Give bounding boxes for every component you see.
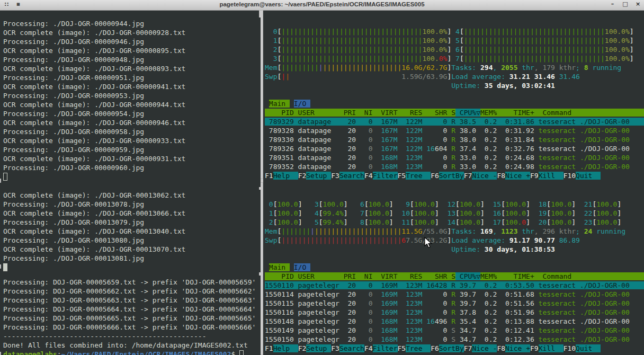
terminal-line: F1Help F2Setup F3SearchF4FilterF5Tree F6…: [265, 344, 644, 353]
terminal-line: OCR complete (image): ./DOJ-OGR-00013066…: [3, 209, 261, 218]
maximize-button[interactable]: □: [622, 1, 629, 7]
titlebar[interactable]: :: ▪ pagetelegram@vaers: ~/vaers/PAED/Ep…: [0, 0, 644, 11]
terminal-line: Processing: ./DOJ-OGR-00000953.jpg: [3, 91, 261, 100]
terminal-line: 3[||||||||||||||||||||||||||||||||||100.…: [265, 54, 644, 63]
terminal-line: 789351 datapage 20 0 168M 123M 0 R 33.0 …: [265, 153, 644, 162]
terminal-line: Processing: DOJ-OGR-00005664.txt -> pref…: [3, 305, 261, 314]
terminal-line: Swp[|| 1.59G/63.9G]Load average: 31.21 3…: [265, 72, 644, 81]
terminal-line: ----------------------------------------…: [3, 332, 261, 341]
terminal-line: Processing: ./DOJ-OGR-00000944.jpg: [3, 19, 261, 28]
terminal-line: 1[||||||||||||||||||||||||||||||||||100.…: [265, 36, 644, 45]
terminal-line: OCR complete (image): ./DOJ-OGR-00000944…: [3, 100, 261, 109]
pane-top-left-ocr-log[interactable]: Processing: ./DOJ-OGR-00000944.jpgOCR co…: [1, 17, 261, 187]
window-title: pagetelegram@vaers: ~/vaers/PAED/Epstein…: [0, 1, 644, 7]
terminal-line: Processing: ./DOJ-OGR-00000946.jpg: [3, 37, 261, 46]
terminal-line: Main I/O: [265, 99, 644, 108]
terminal-line: 0[||||||||||||||||||||||||||||||||||100.…: [265, 27, 644, 36]
terminal-line: Processing: ./DOJ-OGR-00000954.jpg: [3, 109, 261, 118]
terminal-line: Processing: DOJ-OGR-00005659.txt -> pref…: [3, 278, 261, 287]
terminal-line: OCR complete (image): ./DOJ-OGR-00000933…: [3, 136, 261, 145]
terminal-line: OCR complete (image): ./DOJ-OGR-00000941…: [3, 82, 261, 91]
terminal-line: Processing: DOJ-OGR-00005663.txt -> pref…: [3, 296, 261, 305]
terminal-line: Swp[|||||||||||||||||||||||||||||67.5G/9…: [265, 236, 644, 245]
terminal-line: Processing: ./DOJ-OGR-00013078.jpg: [3, 200, 261, 209]
pane-bottom-right-htop-labs[interactable]: 0[100.0] 3[100.0] 6[100.0] 9[100.0] 12[1…: [263, 190, 644, 355]
pane-bottom-left-combine-log[interactable]: Processing: DOJ-OGR-00005659.txt -> pref…: [1, 276, 261, 355]
terminal-line: 1550115 pagetelegr 20 0 169M 123M 0 R 39…: [265, 299, 644, 308]
close-button[interactable]: ×: [634, 1, 641, 7]
terminal-line: Processing: DOJ-OGR-00005665.txt -> pref…: [3, 314, 261, 323]
terminal-line: OCR complete (image): ./DOJ-OGR-00000931…: [3, 154, 261, 163]
terminal-line: OCR complete (image): ./DOJ-OGR-00000895…: [3, 46, 261, 55]
terminal-line: [265, 254, 644, 263]
pane-top-right-htop-vaers[interactable]: 0[||||||||||||||||||||||||||||||||||100.…: [263, 17, 644, 196]
terminal-line: Processing: ./DOJ-OGR-00013080.jpg: [3, 236, 261, 245]
terminal-line: 789326 datapage 20 0 167M 122M 16604 R 3…: [265, 144, 644, 153]
terminal-line: Processing: DOJ-OGR-00005662.txt -> pref…: [3, 287, 261, 296]
terminal-line: Processing: ./DOJ-OGR-00000959.jpg: [3, 145, 261, 154]
terminal-line: 1550114 pagetelegr 20 0 169M 123M 0 R 39…: [265, 290, 644, 299]
terminal-line: 789329 datapage 20 0 167M 122M 0 R 38.5 …: [265, 117, 644, 126]
terminal-line: 1550148 pagetelegr 20 0 168M 123M 16496 …: [265, 317, 644, 326]
terminal-line: Uptime: 35 days, 03:02:41: [265, 81, 644, 90]
terminal-line: PID USER PRI NI VIRT RES SHR S CPU%▽MEM%…: [265, 108, 644, 117]
terminal-line: Processing: ./DOJ-OGR-00000960.jpg: [3, 163, 261, 172]
terminal-line: PID USER PRI NI VIRT RES SHR S CPU%▽MEM%…: [265, 272, 644, 281]
terminal-line: Processing: ./DOJ-OGR-00000958.jpg: [3, 127, 261, 136]
terminal-line: 789328 datapage 20 0 167M 122M 0 R 38.0 …: [265, 126, 644, 135]
terminal-line: Mem[|||||||||||||||||||||||||||||11.5G/5…: [265, 227, 644, 236]
mouse-cursor: [424, 237, 433, 249]
terminal-line: OCR complete (image): ./DOJ-OGR-00000928…: [3, 28, 261, 37]
terminal-line: datapage@labs:~/Vaers/PAED/Epstein/OCR/I…: [3, 350, 261, 355]
terminal-line: Uptime: 30 days, 01:38:53: [265, 245, 644, 254]
terminal-line: OCR complete (image): ./DOJ-OGR-00000893…: [3, 64, 261, 73]
terminal-line: [265, 90, 644, 99]
terminal-line: Processing: ./DOJ-OGR-00013081.jpg: [3, 254, 261, 263]
terminal-line: Processing: ./DOJ-OGR-00013079.jpg: [3, 218, 261, 227]
terminal-line: F1Help F2Setup F3SearchF4FilterF5Tree F6…: [265, 171, 644, 180]
terminal-line: 789352 datapage 20 0 168M 123M 0 R 33.0 …: [265, 162, 644, 171]
terminal-line: OCR complete (image): ./DOJ-OGR-00000946…: [3, 118, 261, 127]
terminal-line: OCR complete (image): ./DOJ-OGR-00013062…: [3, 191, 261, 200]
terminal-line: Done! All files combined into: /home/dat…: [3, 341, 261, 350]
terminal-line: 789330 datapage 20 0 167M 122M 0 R 38.0 …: [265, 135, 644, 144]
terminal-line: Processing: ./DOJ-OGR-00000948.jpg: [3, 55, 261, 64]
terminal-line: Processing: ./DOJ-OGR-00000951.jpg: [3, 73, 261, 82]
terminal-line: [3, 172, 261, 181]
minimize-button[interactable]: –: [609, 1, 616, 7]
terminal-line: Main I/O: [265, 263, 644, 272]
terminal-line: OCR complete (image): ./DOJ-OGR-00013070…: [3, 245, 261, 254]
terminal-line: 0[100.0] 3[100.0] 6[100.0] 9[100.0] 12[1…: [265, 200, 644, 209]
terminal-line: 2[||||||||||||||||||||||||||||||||||100.…: [265, 45, 644, 54]
terminal-line: [3, 263, 261, 272]
terminal-line: 1550150 pagetelegr 20 0 168M 123M 0 S 34…: [265, 335, 644, 344]
terminal-line: Processing: DOJ-OGR-00005666.txt -> pref…: [3, 323, 261, 332]
pane-middle-left-ocr-log[interactable]: OCR complete (image): ./DOJ-OGR-00013062…: [1, 190, 261, 272]
terminal-line: OCR complete (image): ./DOJ-OGR-00013040…: [3, 227, 261, 236]
terminal-line: 1[100.0] 4[99.4%] 7[100.0] 10[100.0] 13[…: [265, 209, 644, 218]
terminal-line: 1550110 pagetelegr 20 0 169M 123M 16428 …: [265, 281, 644, 290]
terminal-line: 1550149 pagetelegr 20 0 168M 123M 0 S 34…: [265, 326, 644, 335]
terminal-line: 1550116 pagetelegr 20 0 169M 123M 0 R 37…: [265, 308, 644, 317]
terminal-line: 2[100.0] 5[99.4%] 8[100.0] 11[100.0] 14[…: [265, 218, 644, 227]
terminal-line: Mem[|||||||||||||||||||||||||||||16.0G/6…: [265, 63, 644, 72]
